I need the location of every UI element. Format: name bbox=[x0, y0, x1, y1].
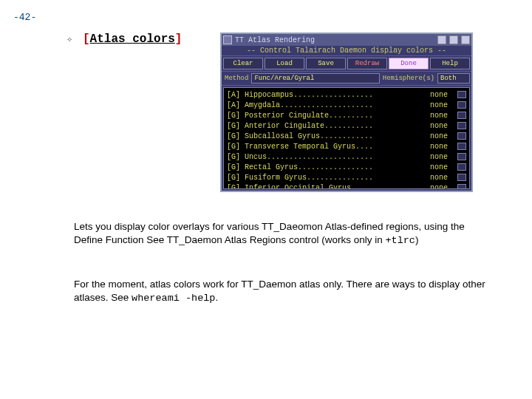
help-button[interactable]: Help bbox=[430, 58, 470, 69]
region-color-value[interactable]: none bbox=[430, 112, 455, 120]
list-item: [G] Inferior Occipital Gyrus.....none bbox=[227, 183, 466, 189]
region-color-value[interactable]: none bbox=[430, 122, 455, 130]
region-list: [A] Hippocampus..................none[A]… bbox=[223, 87, 470, 189]
region-color-value[interactable]: none bbox=[430, 153, 455, 161]
heading-atlas-colors: [Atlas colors] bbox=[83, 33, 182, 46]
hemisphere-label: Hemisphere(s) bbox=[381, 75, 436, 82]
bullet-diamond: ✧ bbox=[66, 35, 72, 44]
list-item: [G] Rectal Gyrus.................none bbox=[227, 162, 466, 172]
region-color-value[interactable]: none bbox=[430, 184, 455, 190]
titlebar: TT Atlas Rendering bbox=[222, 34, 471, 46]
para1-text-b: ) bbox=[415, 234, 419, 245]
region-toggle[interactable] bbox=[457, 122, 466, 129]
region-color-value[interactable]: none bbox=[430, 132, 455, 140]
region-toggle[interactable] bbox=[457, 163, 466, 171]
para2-text-b: . bbox=[215, 292, 218, 303]
region-toggle[interactable] bbox=[457, 153, 466, 160]
heading-text: Atlas colors bbox=[90, 33, 175, 46]
region-label: [G] Anterior Cingulate........... bbox=[227, 122, 430, 130]
done-button[interactable]: Done bbox=[389, 58, 429, 69]
region-toggle[interactable] bbox=[457, 132, 466, 140]
region-label: [G] Uncus........................ bbox=[227, 153, 430, 161]
list-item: [G] Fusiform Gyrus...............none bbox=[227, 172, 466, 183]
window-menu-icon[interactable] bbox=[223, 35, 232, 44]
region-toggle[interactable] bbox=[457, 184, 466, 189]
para1-mono: +tlrc bbox=[385, 235, 415, 246]
method-label: Method bbox=[223, 75, 250, 82]
region-label: [G] Transverse Temporal Gyrus.... bbox=[227, 143, 430, 151]
save-button[interactable]: Save bbox=[306, 58, 346, 69]
bracket-open: [ bbox=[83, 33, 90, 46]
region-toggle[interactable] bbox=[457, 91, 466, 98]
method-select[interactable]: Func/Area/Gyral bbox=[251, 73, 379, 83]
region-label: [G] Fusiform Gyrus............... bbox=[227, 174, 430, 182]
region-toggle[interactable] bbox=[457, 112, 466, 119]
paragraph-1: Lets you display color overlays for vari… bbox=[74, 220, 491, 248]
region-label: [A] Amygdala..................... bbox=[227, 101, 430, 109]
method-row: Method Func/Area/Gyral Hemisphere(s) Bot… bbox=[222, 72, 471, 86]
minimize-icon[interactable] bbox=[437, 35, 446, 44]
dialog-window: TT Atlas Rendering -- Control Talairach … bbox=[220, 33, 473, 192]
region-label: [A] Hippocampus.................. bbox=[227, 91, 430, 99]
list-item: [G] Uncus........................none bbox=[227, 151, 466, 162]
dialog-screenshot: TT Atlas Rendering -- Control Talairach … bbox=[220, 33, 473, 192]
para2-mono: whereami -help bbox=[132, 293, 215, 304]
region-color-value[interactable]: none bbox=[430, 143, 455, 151]
region-label: [G] Posterior Cingulate.......... bbox=[227, 112, 430, 120]
region-toggle[interactable] bbox=[457, 143, 466, 150]
maximize-icon[interactable] bbox=[449, 35, 458, 44]
redraw-button[interactable]: Redraw bbox=[347, 58, 387, 69]
region-color-value[interactable]: none bbox=[430, 163, 455, 171]
region-label: [G] Rectal Gyrus................. bbox=[227, 163, 430, 171]
list-item: [G] Anterior Cingulate...........none bbox=[227, 120, 466, 131]
toolbar: Clear Load Save Redraw Done Help bbox=[222, 56, 471, 72]
page-number: -42- bbox=[13, 12, 36, 23]
clear-button[interactable]: Clear bbox=[223, 58, 263, 69]
region-toggle[interactable] bbox=[457, 174, 466, 181]
region-color-value[interactable]: none bbox=[430, 101, 455, 109]
list-item: [G] Transverse Temporal Gyrus....none bbox=[227, 141, 466, 151]
region-color-value[interactable]: none bbox=[430, 174, 455, 182]
list-item: [G] Posterior Cingulate..........none bbox=[227, 110, 466, 120]
region-label: [G] Subcallosal Gyrus............ bbox=[227, 132, 430, 140]
close-icon[interactable] bbox=[461, 35, 470, 44]
dialog-banner: -- Control Talairach Daemon display colo… bbox=[222, 46, 471, 56]
region-toggle[interactable] bbox=[457, 101, 466, 109]
list-item: [A] Hippocampus..................none bbox=[227, 89, 466, 100]
hemisphere-select[interactable]: Both bbox=[437, 73, 470, 83]
list-item: [A] Amygdala.....................none bbox=[227, 100, 466, 110]
region-label: [G] Inferior Occipital Gyrus..... bbox=[227, 184, 430, 190]
bracket-close: ] bbox=[175, 33, 183, 46]
load-button[interactable]: Load bbox=[265, 58, 304, 69]
window-title: TT Atlas Rendering bbox=[235, 36, 434, 44]
list-item: [G] Subcallosal Gyrus............none bbox=[227, 131, 466, 141]
region-color-value[interactable]: none bbox=[430, 91, 455, 99]
paragraph-2: For the moment, atlas colors work for TT… bbox=[74, 278, 491, 305]
